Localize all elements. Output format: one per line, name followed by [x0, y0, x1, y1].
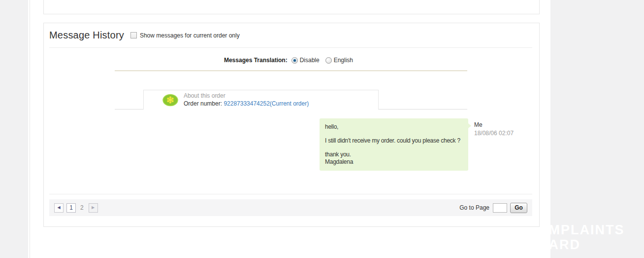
- left-arrow-icon: ◀: [57, 206, 60, 210]
- watermark-line-1: COMPLAINTS: [550, 222, 625, 237]
- translation-divider: [115, 71, 467, 71]
- order-number-line: Order number: 92287333474252(Current ord…: [184, 100, 309, 107]
- go-button[interactable]: Go: [510, 203, 527, 213]
- page-title: Message History: [49, 30, 124, 41]
- message-timestamp: 18/08/06 02:07: [474, 130, 538, 137]
- messages-translation-row: Messages Translation: Disable English: [44, 56, 539, 65]
- previous-section-panel: [43, 0, 540, 14]
- order-info-tab: About this order Order number: 922873334…: [143, 90, 379, 110]
- messages-translation-label: Messages Translation:: [224, 57, 288, 64]
- pagination-prev-button[interactable]: ◀: [54, 203, 64, 213]
- vertical-divider: [30, 0, 30, 258]
- order-thumbnail-icon: [162, 94, 178, 107]
- translation-english-label[interactable]: English: [334, 57, 353, 64]
- pagination-page-2-link[interactable]: 2: [80, 204, 84, 211]
- page-left-gutter: [0, 0, 28, 258]
- order-number-label: Order number:: [184, 100, 222, 107]
- current-order-filter-checkbox[interactable]: [130, 32, 137, 38]
- translation-disable-label[interactable]: Disable: [300, 57, 320, 64]
- message-text: Magdalena: [325, 158, 463, 166]
- panel-header: Message History Show messages for curren…: [49, 30, 240, 41]
- go-to-page-label: Go to Page: [459, 204, 489, 211]
- page: COMPLAINTS BOARD Message History Show me…: [0, 0, 644, 258]
- message-bubble: hello, I still didn't receive my order. …: [320, 118, 468, 171]
- translation-disable-radio[interactable]: [291, 57, 298, 64]
- order-number-link[interactable]: 92287333474252(Current order): [224, 100, 309, 107]
- watermark-line-2: BOARD: [550, 237, 625, 252]
- page-right-gutter: COMPLAINTS BOARD: [550, 0, 644, 258]
- about-this-order-label: About this order: [184, 92, 225, 99]
- message-history-panel: Message History Show messages for curren…: [43, 23, 540, 227]
- message-text: hello,: [325, 123, 463, 131]
- message-text: I still didn't receive my order. could y…: [325, 137, 463, 145]
- go-to-page-input[interactable]: [493, 203, 507, 213]
- pagination-next-button[interactable]: ▶: [89, 203, 98, 213]
- header-divider: [49, 47, 532, 48]
- pagination-page-1-current[interactable]: 1: [66, 203, 76, 213]
- message-sender: Me: [474, 121, 538, 128]
- message-meta: Me 18/08/06 02:07: [474, 121, 538, 137]
- complaintsboard-watermark: COMPLAINTS BOARD: [550, 222, 625, 252]
- pagination-bar: ◀ 1 2 ▶ Go to Page Go: [49, 199, 532, 216]
- right-arrow-icon: ▶: [92, 206, 95, 210]
- footer-divider: [49, 194, 532, 194]
- message-text: thank you.: [325, 151, 463, 158]
- translation-english-radio[interactable]: [325, 57, 332, 64]
- current-order-filter-label: Show messages for current order only: [140, 32, 240, 39]
